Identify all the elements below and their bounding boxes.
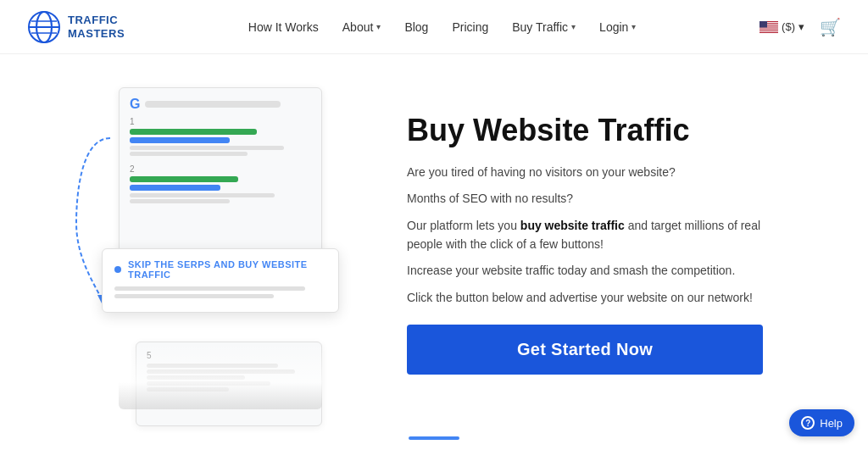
hero-body: Are you tired of having no visitors on y…	[407, 164, 763, 308]
nav-buy-traffic[interactable]: Buy Traffic ▾	[512, 20, 576, 34]
help-button[interactable]: ? Help	[789, 409, 854, 436]
logo-subtext: MASTERS	[68, 27, 125, 41]
hero-p4: Increase your website traffic today and …	[407, 262, 763, 281]
illustration: G 1 2 SKIP THE	[68, 79, 373, 409]
svg-rect-10	[760, 29, 778, 30]
logo-text: TRAFFIC	[68, 14, 125, 27]
nav-how-it-works[interactable]: How It Works	[248, 20, 319, 34]
serp-result-1: 1	[130, 117, 311, 156]
highlight-card-text: SKIP THE SERPS AND BUY WEBSITE TRAFFIC	[128, 259, 326, 280]
serp-card-top: G 1 2	[119, 87, 322, 265]
cart-icon[interactable]: 🛒	[820, 17, 841, 37]
google-g-icon: G	[130, 97, 140, 112]
highlight-dot-icon	[114, 266, 121, 273]
currency-label: ($)	[782, 20, 795, 33]
logo[interactable]: TRAFFIC MASTERS	[27, 10, 125, 44]
hero-title: Buy Website Traffic	[407, 113, 763, 147]
about-chevron-icon: ▾	[376, 22, 381, 31]
buy-traffic-chevron-icon: ▾	[571, 22, 576, 31]
svg-rect-9	[760, 27, 778, 28]
fake-search-bar	[145, 101, 281, 108]
nav-pricing[interactable]: Pricing	[452, 20, 488, 34]
scroll-indicator	[409, 436, 459, 440]
main-content: G 1 2 SKIP THE	[0, 54, 868, 433]
svg-rect-12	[760, 21, 767, 28]
flag-icon	[760, 21, 778, 33]
currency-chevron-icon: ▾	[798, 20, 804, 33]
hero-p2: Months of SEO with no results?	[407, 190, 763, 208]
nav-links: How It Works About ▾ Blog Pricing Buy Tr…	[248, 20, 637, 34]
navbar: TRAFFIC MASTERS How It Works About ▾ Blo…	[0, 0, 868, 54]
globe-icon	[27, 10, 61, 44]
nav-blog[interactable]: Blog	[404, 20, 428, 34]
hero-p3: Our platform lets you buy website traffi…	[407, 217, 763, 253]
login-chevron-icon: ▾	[632, 22, 636, 31]
nav-about[interactable]: About ▾	[342, 20, 381, 34]
nav-right: ($) ▾ 🛒	[760, 17, 841, 37]
currency-selector[interactable]: ($) ▾	[760, 20, 804, 33]
svg-rect-11	[760, 31, 778, 31]
help-label: Help	[820, 417, 843, 430]
serp-result-2: 2	[130, 164, 311, 203]
hero-content: Buy Website Traffic Are you tired of hav…	[407, 113, 763, 375]
help-icon: ?	[801, 416, 815, 430]
nav-login[interactable]: Login ▾	[599, 20, 636, 34]
highlight-card: SKIP THE SERPS AND BUY WEBSITE TRAFFIC	[102, 248, 339, 313]
blur-overlay	[119, 342, 322, 409]
cta-button[interactable]: Get Started Now	[407, 325, 763, 375]
hero-p5: Click the button below and advertise you…	[407, 289, 763, 308]
hero-p1: Are you tired of having no visitors on y…	[407, 164, 763, 182]
